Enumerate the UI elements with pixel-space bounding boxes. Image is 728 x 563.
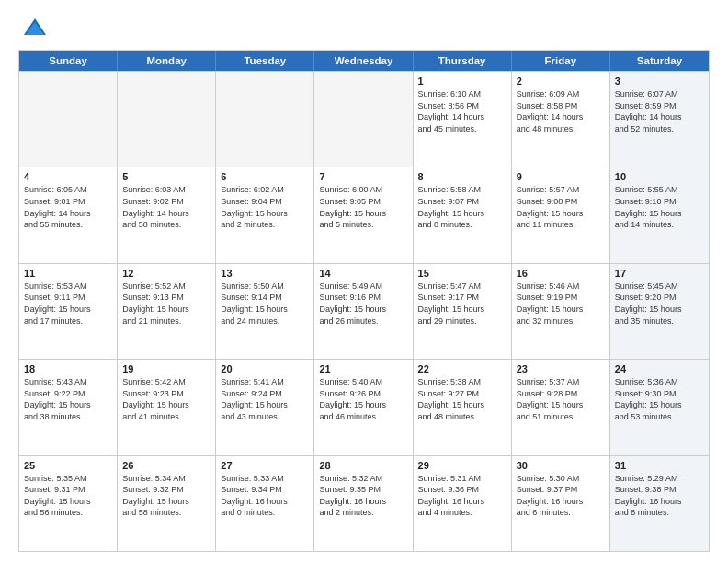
calendar-cell-15: 15Sunrise: 5:47 AMSunset: 9:17 PMDayligh… [414, 264, 512, 359]
calendar-cell-6: 6Sunrise: 6:02 AMSunset: 9:04 PMDaylight… [216, 167, 314, 262]
cell-text: Sunrise: 5:41 AMSunset: 9:24 PMDaylight:… [221, 376, 309, 422]
day-number: 1 [418, 75, 506, 86]
calendar-cell-13: 13Sunrise: 5:50 AMSunset: 9:14 PMDayligh… [216, 264, 314, 359]
cell-text: Sunrise: 5:47 AMSunset: 9:17 PMDaylight:… [418, 281, 506, 327]
calendar-cell-12: 12Sunrise: 5:52 AMSunset: 9:13 PMDayligh… [118, 264, 216, 359]
calendar-row-3: 18Sunrise: 5:43 AMSunset: 9:22 PMDayligh… [19, 359, 709, 454]
day-number: 26 [122, 460, 210, 471]
day-number: 29 [418, 460, 506, 471]
day-number: 3 [615, 75, 704, 86]
calendar-cell-17: 17Sunrise: 5:45 AMSunset: 9:20 PMDayligh… [610, 264, 709, 359]
day-number: 10 [615, 171, 704, 182]
cell-text: Sunrise: 5:37 AMSunset: 9:28 PMDaylight:… [517, 376, 605, 422]
cell-text: Sunrise: 5:40 AMSunset: 9:26 PMDaylight:… [319, 376, 407, 422]
cell-text: Sunrise: 5:52 AMSunset: 9:13 PMDaylight:… [122, 281, 210, 327]
cell-text: Sunrise: 5:38 AMSunset: 9:27 PMDaylight:… [418, 376, 506, 422]
cell-text: Sunrise: 5:29 AMSunset: 9:38 PMDaylight:… [615, 473, 704, 519]
calendar-cell-24: 24Sunrise: 5:36 AMSunset: 9:30 PMDayligh… [610, 360, 709, 454]
cell-text: Sunrise: 5:55 AMSunset: 9:10 PMDaylight:… [615, 184, 704, 230]
day-number: 19 [122, 363, 210, 374]
header [18, 15, 710, 40]
cell-text: Sunrise: 5:50 AMSunset: 9:14 PMDaylight:… [221, 281, 309, 327]
day-number: 8 [418, 171, 506, 182]
day-number: 24 [615, 363, 704, 374]
calendar-cell-11: 11Sunrise: 5:53 AMSunset: 9:11 PMDayligh… [19, 264, 118, 359]
calendar-cell-21: 21Sunrise: 5:40 AMSunset: 9:26 PMDayligh… [314, 360, 413, 454]
page: SundayMondayTuesdayWednesdayThursdayFrid… [0, 0, 728, 563]
cell-text: Sunrise: 5:53 AMSunset: 9:11 PMDaylight:… [24, 281, 112, 327]
calendar-cell-4: 4Sunrise: 6:05 AMSunset: 9:01 PMDaylight… [19, 167, 118, 262]
cell-text: Sunrise: 6:10 AMSunset: 8:56 PMDaylight:… [418, 88, 506, 134]
day-number: 31 [615, 460, 704, 471]
cell-text: Sunrise: 5:31 AMSunset: 9:36 PMDaylight:… [418, 473, 506, 519]
day-number: 12 [122, 268, 210, 279]
cell-text: Sunrise: 5:43 AMSunset: 9:22 PMDaylight:… [24, 376, 112, 422]
cell-text: Sunrise: 5:45 AMSunset: 9:20 PMDaylight:… [615, 281, 704, 327]
cell-text: Sunrise: 5:42 AMSunset: 9:23 PMDaylight:… [122, 376, 210, 422]
calendar-row-2: 11Sunrise: 5:53 AMSunset: 9:11 PMDayligh… [19, 263, 709, 359]
cell-text: Sunrise: 5:49 AMSunset: 9:16 PMDaylight:… [319, 281, 407, 327]
calendar-cell-empty-0 [19, 72, 118, 167]
calendar-cell-26: 26Sunrise: 5:34 AMSunset: 9:32 PMDayligh… [118, 456, 216, 551]
day-number: 9 [517, 171, 605, 182]
weekday-header-saturday: Saturday [610, 51, 709, 71]
day-number: 11 [24, 268, 112, 279]
calendar: SundayMondayTuesdayWednesdayThursdayFrid… [18, 50, 710, 552]
cell-text: Sunrise: 6:07 AMSunset: 8:59 PMDaylight:… [615, 88, 704, 134]
calendar-body: 1Sunrise: 6:10 AMSunset: 8:56 PMDaylight… [19, 71, 709, 551]
cell-text: Sunrise: 6:02 AMSunset: 9:04 PMDaylight:… [221, 184, 309, 230]
cell-text: Sunrise: 6:09 AMSunset: 8:58 PMDaylight:… [517, 88, 605, 134]
day-number: 20 [221, 363, 309, 374]
cell-text: Sunrise: 5:36 AMSunset: 9:30 PMDaylight:… [615, 376, 704, 422]
calendar-cell-27: 27Sunrise: 5:33 AMSunset: 9:34 PMDayligh… [216, 456, 314, 551]
calendar-cell-25: 25Sunrise: 5:35 AMSunset: 9:31 PMDayligh… [19, 456, 118, 551]
cell-text: Sunrise: 5:57 AMSunset: 9:08 PMDaylight:… [517, 184, 605, 230]
day-number: 22 [418, 363, 506, 374]
day-number: 13 [221, 268, 309, 279]
day-number: 5 [122, 171, 210, 182]
day-number: 18 [24, 363, 112, 374]
cell-text: Sunrise: 5:30 AMSunset: 9:37 PMDaylight:… [517, 473, 605, 519]
calendar-cell-16: 16Sunrise: 5:46 AMSunset: 9:19 PMDayligh… [512, 264, 610, 359]
day-number: 16 [517, 268, 605, 279]
calendar-cell-31: 31Sunrise: 5:29 AMSunset: 9:38 PMDayligh… [610, 456, 709, 551]
calendar-cell-23: 23Sunrise: 5:37 AMSunset: 9:28 PMDayligh… [512, 360, 610, 454]
day-number: 17 [615, 268, 704, 279]
cell-text: Sunrise: 6:00 AMSunset: 9:05 PMDaylight:… [319, 184, 407, 230]
cell-text: Sunrise: 5:34 AMSunset: 9:32 PMDaylight:… [122, 473, 210, 519]
calendar-cell-1: 1Sunrise: 6:10 AMSunset: 8:56 PMDaylight… [414, 72, 512, 167]
day-number: 4 [24, 171, 112, 182]
cell-text: Sunrise: 5:33 AMSunset: 9:34 PMDaylight:… [221, 473, 309, 519]
calendar-cell-30: 30Sunrise: 5:30 AMSunset: 9:37 PMDayligh… [512, 456, 610, 551]
day-number: 15 [418, 268, 506, 279]
day-number: 27 [221, 460, 309, 471]
calendar-cell-empty-1 [118, 72, 216, 167]
calendar-cell-7: 7Sunrise: 6:00 AMSunset: 9:05 PMDaylight… [314, 167, 413, 262]
calendar-cell-14: 14Sunrise: 5:49 AMSunset: 9:16 PMDayligh… [314, 264, 413, 359]
weekday-header-sunday: Sunday [19, 51, 118, 71]
calendar-cell-22: 22Sunrise: 5:38 AMSunset: 9:27 PMDayligh… [414, 360, 512, 454]
day-number: 21 [319, 363, 407, 374]
cell-text: Sunrise: 6:05 AMSunset: 9:01 PMDaylight:… [24, 184, 112, 230]
day-number: 25 [24, 460, 112, 471]
weekday-header-monday: Monday [118, 51, 216, 71]
cell-text: Sunrise: 5:35 AMSunset: 9:31 PMDaylight:… [24, 473, 112, 519]
calendar-cell-3: 3Sunrise: 6:07 AMSunset: 8:59 PMDaylight… [610, 72, 709, 167]
calendar-row-0: 1Sunrise: 6:10 AMSunset: 8:56 PMDaylight… [19, 71, 709, 167]
weekday-header-wednesday: Wednesday [314, 51, 413, 71]
calendar-cell-29: 29Sunrise: 5:31 AMSunset: 9:36 PMDayligh… [414, 456, 512, 551]
calendar-cell-28: 28Sunrise: 5:32 AMSunset: 9:35 PMDayligh… [314, 456, 413, 551]
calendar-cell-empty-3 [314, 72, 413, 167]
calendar-cell-20: 20Sunrise: 5:41 AMSunset: 9:24 PMDayligh… [216, 360, 314, 454]
weekday-header-friday: Friday [512, 51, 610, 71]
calendar-cell-8: 8Sunrise: 5:58 AMSunset: 9:07 PMDaylight… [414, 167, 512, 262]
calendar-cell-19: 19Sunrise: 5:42 AMSunset: 9:23 PMDayligh… [118, 360, 216, 454]
cell-text: Sunrise: 5:32 AMSunset: 9:35 PMDaylight:… [319, 473, 407, 519]
day-number: 6 [221, 171, 309, 182]
day-number: 30 [517, 460, 605, 471]
calendar-cell-empty-2 [216, 72, 314, 167]
calendar-cell-2: 2Sunrise: 6:09 AMSunset: 8:58 PMDaylight… [512, 72, 610, 167]
weekday-header-thursday: Thursday [414, 51, 512, 71]
calendar-cell-10: 10Sunrise: 5:55 AMSunset: 9:10 PMDayligh… [610, 167, 709, 262]
weekday-header-tuesday: Tuesday [216, 51, 314, 71]
